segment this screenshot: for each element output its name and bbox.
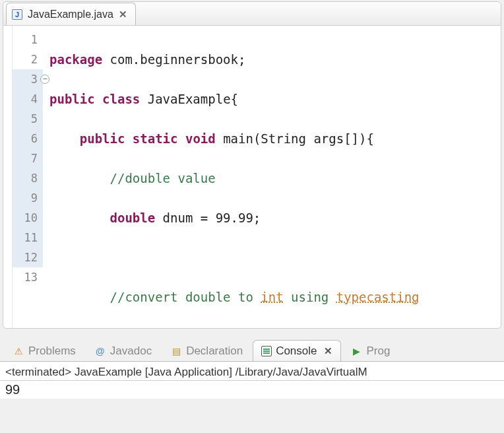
tab-label: Prog [367, 345, 391, 358]
editor-tab-bar: J JavaExample.java ✕ [3, 2, 501, 26]
tab-problems[interactable]: ⚠ Problems [4, 340, 84, 361]
line-number: 12 [13, 248, 43, 267]
line-number: 11 [13, 228, 43, 248]
line-number: 9 [13, 188, 43, 208]
console-run-info: <terminated> JavaExample [Java Applicati… [0, 362, 504, 380]
tab-label: Console [276, 345, 317, 358]
line-number: 8 [13, 168, 43, 188]
tab-declaration[interactable]: ▤ Declaration [162, 340, 251, 361]
code-area: 1 2 3− 4 5 6 7 8 9 10 11 12 13 package c… [3, 26, 501, 328]
marker-column [3, 26, 13, 328]
line-number: 2 [13, 50, 43, 69]
declaration-icon: ▤ [170, 345, 182, 357]
tab-label: Declaration [186, 345, 243, 358]
code-content[interactable]: package com.beginnersbook; public class … [43, 26, 501, 328]
tab-progress[interactable]: ▶ Prog [342, 340, 399, 361]
line-number: 3− [13, 69, 43, 89]
close-icon[interactable]: ✕ [119, 9, 127, 20]
tab-console[interactable]: Console ✕ [253, 340, 340, 361]
fold-icon[interactable]: − [40, 75, 49, 84]
progress-icon: ▶ [351, 345, 363, 357]
javadoc-icon: @ [94, 345, 106, 357]
line-number: 7 [13, 149, 43, 168]
line-number: 4 [13, 89, 43, 109]
line-number: 1 [13, 30, 43, 50]
bottom-pane: ⚠ Problems @ Javadoc ▤ Declaration Conso… [0, 337, 504, 399]
problems-icon: ⚠ [13, 345, 24, 357]
tab-label: Problems [28, 345, 76, 358]
close-icon[interactable]: ✕ [324, 345, 332, 357]
editor-tab-label: JavaExample.java [28, 9, 113, 20]
line-number: 10 [13, 208, 43, 228]
bottom-tab-bar: ⚠ Problems @ Javadoc ▤ Declaration Conso… [0, 337, 504, 362]
line-number: 5 [13, 109, 43, 129]
line-number-gutter: 1 2 3− 4 5 6 7 8 9 10 11 12 13 [13, 26, 43, 328]
line-number: 6 [13, 129, 43, 149]
editor-tab[interactable]: J JavaExample.java ✕ [6, 3, 136, 25]
tab-javadoc[interactable]: @ Javadoc [86, 340, 160, 361]
editor-pane: J JavaExample.java ✕ 1 2 3− 4 5 6 7 8 9 … [3, 1, 501, 329]
line-number: 13 [13, 267, 43, 287]
console-icon [261, 346, 272, 356]
tab-label: Javadoc [110, 345, 152, 358]
java-file-icon: J [12, 9, 22, 20]
console-output: 99 [0, 380, 504, 399]
